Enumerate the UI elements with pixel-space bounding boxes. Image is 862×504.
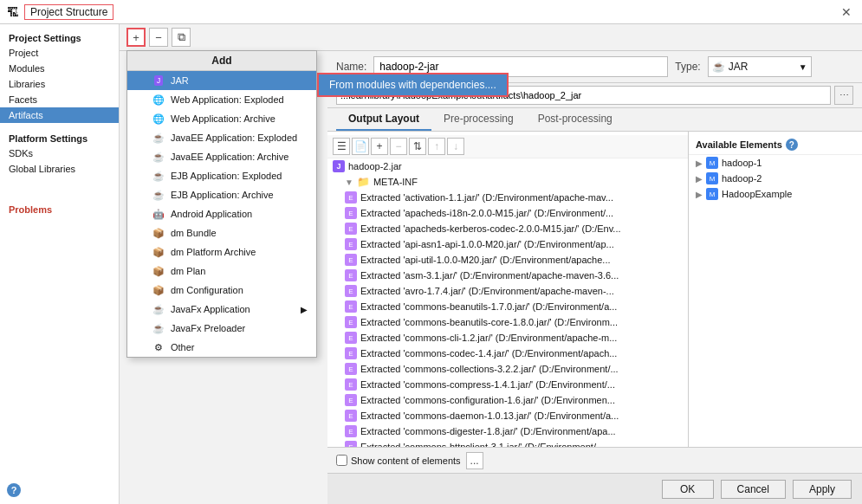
- sidebar-item-sdks[interactable]: SDKs: [0, 145, 119, 161]
- add-item-jee-archive[interactable]: ☕ JavaEE Application: Archive: [127, 147, 316, 166]
- ejb-archive-icon: ☕: [152, 188, 165, 202]
- jar-icon: J: [152, 74, 165, 87]
- add-item-ejb-archive[interactable]: ☕ EJB Application: Archive: [127, 185, 316, 204]
- dm-config-icon: 📦: [152, 283, 165, 297]
- sidebar-item-project[interactable]: Project: [0, 45, 119, 61]
- sidebar: Project Settings Project Modules Librari…: [0, 24, 120, 504]
- avail-item-hadoop1[interactable]: ▶ M hadoop-1: [689, 155, 862, 171]
- artifact-sort-btn[interactable]: ⇅: [409, 138, 426, 155]
- tree-label: Extracted 'api-asn1-api-1.0.0-M20.jar/' …: [360, 239, 614, 249]
- add-item-ejb-exploded[interactable]: ☕ EJB Application: Exploded: [127, 166, 316, 185]
- cancel-button[interactable]: Cancel: [721, 480, 786, 499]
- tabs-row: Output Layout Pre-processing Post-proces…: [327, 108, 862, 132]
- sidebar-item-global-libraries[interactable]: Global Libraries: [0, 161, 119, 177]
- tree-item-commons-collections[interactable]: E Extracted 'commons-collections-3.2.2.j…: [327, 361, 688, 377]
- from-modules-popup[interactable]: From modules with dependencies....: [317, 73, 509, 97]
- sidebar-problems[interactable]: Problems: [0, 197, 119, 217]
- show-content-label: Show content of elements: [351, 456, 461, 466]
- add-item-dm-bundle[interactable]: 📦 dm Bundle: [127, 223, 316, 242]
- tree-label: Extracted 'commons-collections-3.2.2.jar…: [360, 364, 619, 374]
- arrow-right-icon: ▶: [301, 305, 308, 314]
- tree-item-commons-config[interactable]: E Extracted 'commons-configuration-1.6.j…: [327, 392, 688, 408]
- apply-button[interactable]: Apply: [793, 480, 852, 499]
- artifact-plus-btn[interactable]: +: [371, 138, 388, 155]
- add-button[interactable]: +: [126, 28, 146, 47]
- tree-item-api-util[interactable]: E Extracted 'api-util-1.0.0-M20.jar/' (D…: [327, 252, 688, 268]
- add-item-dm-platform[interactable]: 📦 dm Platform Archive: [127, 242, 316, 262]
- type-select[interactable]: ☕ JAR ▼: [708, 56, 812, 77]
- artifact-down-btn[interactable]: ↓: [447, 138, 464, 155]
- tree-item-api-asn1[interactable]: E Extracted 'api-asn1-api-1.0.0-M20.jar/…: [327, 236, 688, 252]
- dialog-buttons: OK Cancel Apply: [327, 473, 862, 504]
- tree-label: META-INF: [373, 177, 418, 187]
- tree-item-apacheds-i18n[interactable]: E Extracted 'apacheds-i18n-2.0.0-M15.jar…: [327, 205, 688, 221]
- sidebar-item-facets[interactable]: Facets: [0, 92, 119, 107]
- tree-item-commons-daemon[interactable]: E Extracted 'commons-daemon-1.0.13.jar/'…: [327, 408, 688, 423]
- tree-item-apacheds-kerberos[interactable]: E Extracted 'apacheds-kerberos-codec-2.0…: [327, 221, 688, 236]
- web-archive-icon: 🌐: [152, 112, 165, 126]
- path-browse-button[interactable]: ⋯: [834, 86, 853, 105]
- add-item-android[interactable]: 🤖 Android Application: [127, 204, 316, 223]
- add-item-javafx-app[interactable]: ☕ JavaFx Application ▶: [127, 300, 316, 319]
- help-icon[interactable]: ?: [7, 483, 21, 497]
- jar-file-icon: J: [333, 160, 345, 172]
- add-item-dm-config[interactable]: 📦 dm Configuration: [127, 281, 316, 300]
- artifact-add-btn[interactable]: ☰: [333, 138, 350, 155]
- avail-expand-triangle: ▶: [696, 190, 703, 199]
- add-item-other[interactable]: ⚙ Other: [127, 338, 316, 357]
- tree-label: Extracted 'apacheds-i18n-2.0.0-M15.jar/'…: [360, 208, 613, 218]
- platform-settings-label: Platform Settings: [0, 130, 119, 145]
- tree-item-commons-beanutils-core[interactable]: E Extracted 'commons-beanutils-core-1.8.…: [327, 314, 688, 330]
- tree-label: Extracted 'apacheds-kerberos-codec-2.0.0…: [360, 223, 621, 234]
- tree-label: Extracted 'commons-configuration-1.6.jar…: [360, 395, 615, 405]
- artifact-icon-btn[interactable]: 📄: [352, 138, 369, 155]
- extracted-icon: E: [345, 363, 357, 375]
- javafx-icon: ☕: [152, 302, 165, 316]
- available-label: Available Elements: [696, 139, 782, 150]
- tree-item-avro[interactable]: E Extracted 'avro-1.7.4.jar/' (D:/Enviro…: [327, 283, 688, 299]
- artifact-minus-btn[interactable]: −: [390, 138, 407, 155]
- remove-button[interactable]: −: [149, 28, 168, 47]
- tree-item-commons-compress[interactable]: E Extracted 'commons-compress-1.4.1.jar/…: [327, 377, 688, 392]
- available-help-icon[interactable]: ?: [786, 139, 798, 151]
- sidebar-item-artifacts[interactable]: Artifacts: [0, 107, 119, 123]
- sidebar-item-libraries[interactable]: Libraries: [0, 76, 119, 92]
- dm-plan-icon: 📦: [152, 264, 165, 278]
- tree-item-commons-cli[interactable]: E Extracted 'commons-cli-1.2.jar/' (D:/E…: [327, 330, 688, 346]
- copy-button[interactable]: ⧉: [172, 28, 191, 47]
- type-value: JAR: [729, 61, 749, 73]
- extracted-icon: E: [345, 332, 357, 344]
- add-item-web-exploded[interactable]: 🌐 Web Application: Exploded: [127, 90, 316, 109]
- add-item-dm-plan[interactable]: 📦 dm Plan: [127, 262, 316, 281]
- type-label: Type:: [675, 61, 700, 73]
- tree-item-hadoop-jar[interactable]: J hadoop-2.jar: [327, 158, 688, 174]
- sidebar-item-modules[interactable]: Modules: [0, 61, 119, 76]
- add-item-web-archive[interactable]: 🌐 Web Application: Archive: [127, 109, 316, 128]
- artifact-panel: ☰ 📄 + − ⇅ ↑ ↓ J hadoop-2.jar ▼ 📁 META-IN…: [327, 132, 689, 447]
- tab-post-processing[interactable]: Post-processing: [526, 108, 625, 131]
- dots-button[interactable]: ...: [466, 452, 483, 469]
- tree-item-meta-inf[interactable]: ▼ 📁 META-INF: [327, 174, 688, 190]
- tree-item-commons-beanutils[interactable]: E Extracted 'commons-beanutils-1.7.0.jar…: [327, 299, 688, 314]
- tree-item-asm[interactable]: E Extracted 'asm-3.1.jar/' (D:/Environme…: [327, 268, 688, 283]
- show-content-checkbox[interactable]: [336, 455, 347, 466]
- tree-item-commons-httpclient[interactable]: E Extracted 'commons-httpclient-3.1.jar/…: [327, 439, 688, 447]
- tree-item-activation[interactable]: E Extracted 'activation-1.1.jar/' (D:/En…: [327, 190, 688, 205]
- avail-item-hadoopexample[interactable]: ▶ M HadoopExample: [689, 186, 862, 202]
- extracted-icon: E: [345, 378, 357, 391]
- panels-row: ☰ 📄 + − ⇅ ↑ ↓ J hadoop-2.jar ▼ 📁 META-IN…: [327, 132, 862, 447]
- ok-button[interactable]: OK: [662, 480, 714, 499]
- avail-item-hadoop2[interactable]: ▶ M hadoop-2: [689, 171, 862, 186]
- add-item-javafx-preloader[interactable]: ☕ JavaFx Preloader: [127, 319, 316, 338]
- tree-item-commons-digester[interactable]: E Extracted 'commons-digester-1.8.jar/' …: [327, 423, 688, 439]
- tab-output-layout[interactable]: Output Layout: [336, 108, 431, 131]
- close-button[interactable]: ✕: [838, 5, 855, 19]
- add-item-jee-exploded[interactable]: ☕ JavaEE Application: Exploded: [127, 128, 316, 147]
- tab-pre-processing[interactable]: Pre-processing: [431, 108, 526, 131]
- tree-item-commons-codec[interactable]: E Extracted 'commons-codec-1.4.jar/' (D:…: [327, 346, 688, 361]
- artifact-up-btn[interactable]: ↑: [428, 138, 445, 155]
- extracted-icon: E: [345, 425, 357, 437]
- extracted-icon: E: [345, 394, 357, 406]
- add-item-jar[interactable]: J JAR: [127, 71, 316, 90]
- avail-expand-triangle: ▶: [696, 158, 703, 168]
